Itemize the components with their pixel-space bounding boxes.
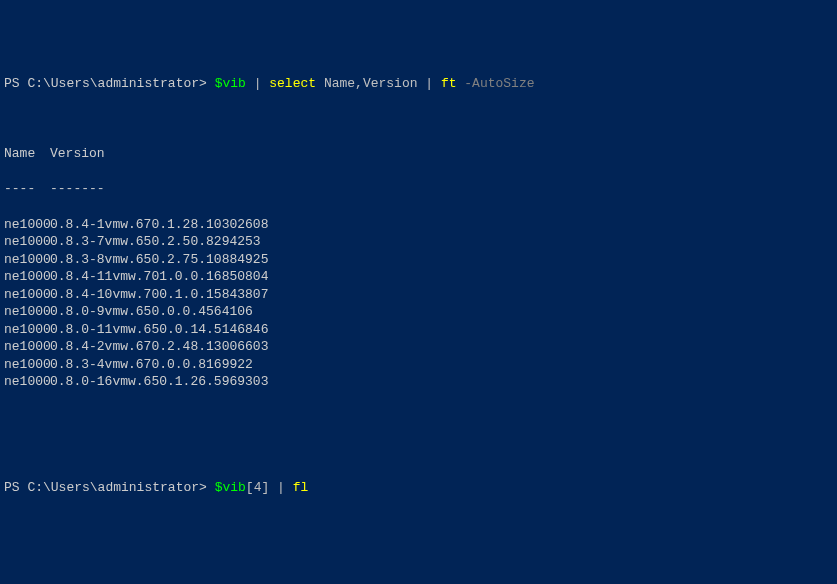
table-row: ne10000.8.3-4vmw.670.0.0.8169922 xyxy=(4,356,833,374)
cell-version: 0.8.3-4vmw.670.0.0.8169922 xyxy=(50,356,253,374)
param: -AutoSize xyxy=(464,76,534,91)
cell-version: 0.8.0-11vmw.650.0.14.5146846 xyxy=(50,321,268,339)
cell-version: 0.8.4-1vmw.670.1.28.10302608 xyxy=(50,216,268,234)
prompt-line-2: PS C:\Users\administrator> $vib[4] | fl xyxy=(4,479,833,497)
table-row: ne10000.8.0-16vmw.650.1.26.5969303 xyxy=(4,373,833,391)
cell-name: ne1000 xyxy=(4,268,50,286)
cell-name: ne1000 xyxy=(4,216,50,234)
blank-line xyxy=(4,549,833,567)
pipe: | xyxy=(254,76,270,91)
cell-name: ne1000 xyxy=(4,338,50,356)
table-rows: ne10000.8.4-1vmw.670.1.28.10302608ne1000… xyxy=(4,216,833,391)
blank-line xyxy=(4,514,833,532)
blank-line xyxy=(4,409,833,427)
table-row: ne10000.8.4-10vmw.700.1.0.15843807 xyxy=(4,286,833,304)
cell-name: ne1000 xyxy=(4,373,50,391)
table-row: ne10000.8.3-8vmw.650.2.75.10884925 xyxy=(4,251,833,269)
ps-prompt: PS C:\Users\administrator> xyxy=(4,76,215,91)
pipe: | xyxy=(425,76,441,91)
cell-name: ne1000 xyxy=(4,286,50,304)
table-row: ne10000.8.4-2vmw.670.2.48.13006603 xyxy=(4,338,833,356)
index: [4] xyxy=(246,480,277,495)
cell-name: ne1000 xyxy=(4,356,50,374)
cell-name: ne1000 xyxy=(4,233,50,251)
cell-name: ne1000 xyxy=(4,303,50,321)
ft-cmd: ft xyxy=(441,76,464,91)
select-cmd: select xyxy=(269,76,324,91)
table-row: ne10000.8.0-9vmw.650.0.0.4564106 xyxy=(4,303,833,321)
col-name-header: Name xyxy=(4,145,50,163)
table-row: ne10000.8.0-11vmw.650.0.14.5146846 xyxy=(4,321,833,339)
terminal-output[interactable]: PS C:\Users\administrator> $vib | select… xyxy=(4,75,833,584)
pipe: | xyxy=(277,480,293,495)
cell-version: 0.8.3-8vmw.650.2.75.10884925 xyxy=(50,251,268,269)
prompt-line-1: PS C:\Users\administrator> $vib | select… xyxy=(4,75,833,93)
variable: $vib xyxy=(215,480,246,495)
cell-version: 0.8.0-16vmw.650.1.26.5969303 xyxy=(50,373,268,391)
blank-line xyxy=(4,110,833,128)
cell-version: 0.8.4-11vmw.701.0.0.16850804 xyxy=(50,268,268,286)
dash-version: ------- xyxy=(50,180,105,198)
blank-line xyxy=(4,444,833,462)
table-header: NameVersion xyxy=(4,145,833,163)
cell-name: ne1000 xyxy=(4,321,50,339)
col-version-header: Version xyxy=(50,145,105,163)
cell-version: 0.8.3-7vmw.650.2.50.8294253 xyxy=(50,233,261,251)
table-row: ne10000.8.4-1vmw.670.1.28.10302608 xyxy=(4,216,833,234)
cell-name: ne1000 xyxy=(4,251,50,269)
dash-name: ---- xyxy=(4,180,50,198)
fl-cmd: fl xyxy=(293,480,309,495)
cell-version: 0.8.4-2vmw.670.2.48.13006603 xyxy=(50,338,268,356)
ps-prompt: PS C:\Users\administrator> xyxy=(4,480,215,495)
table-row: ne10000.8.4-11vmw.701.0.0.16850804 xyxy=(4,268,833,286)
variable: $vib xyxy=(215,76,254,91)
table-row: ne10000.8.3-7vmw.650.2.50.8294253 xyxy=(4,233,833,251)
cell-version: 0.8.4-10vmw.700.1.0.15843807 xyxy=(50,286,268,304)
cell-version: 0.8.0-9vmw.650.0.0.4564106 xyxy=(50,303,253,321)
args: Name,Version xyxy=(324,76,425,91)
table-divider: ----------- xyxy=(4,180,833,198)
